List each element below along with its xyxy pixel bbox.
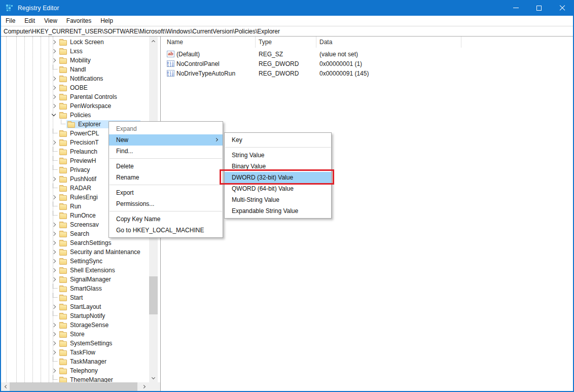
column-header-data[interactable]: Data (316, 37, 461, 48)
value-row[interactable]: ab(Default) REG_SZ (value not set) (161, 49, 573, 59)
chevron-right-icon[interactable] (52, 195, 56, 199)
chevron-right-icon[interactable] (52, 232, 56, 236)
context-menu-delete[interactable]: Delete (109, 161, 223, 172)
column-header-name[interactable]: Name (161, 37, 256, 48)
chevron-right-icon[interactable] (52, 369, 56, 373)
tree-item[interactable]: SignalManager (1, 275, 149, 284)
tree-item[interactable]: Notifications (1, 74, 149, 83)
folder-icon (59, 204, 67, 210)
tree-item-label: StartLayout (70, 303, 101, 310)
submenu-key[interactable]: Key (225, 134, 331, 146)
context-menu-find[interactable]: Find... (109, 146, 223, 157)
menu-help[interactable]: Help (96, 16, 118, 26)
tree-item[interactable]: Telephony (1, 366, 149, 375)
chevron-right-icon[interactable] (52, 58, 56, 62)
chevron-right-icon[interactable] (52, 341, 56, 345)
context-menu-export[interactable]: Export (109, 187, 223, 198)
chevron-right-icon[interactable] (52, 86, 56, 90)
context-menu-copy-key-name[interactable]: Copy Key Name (109, 213, 223, 225)
folder-icon (59, 277, 67, 283)
tree-item[interactable]: Policies (1, 111, 149, 120)
chevron-right-icon[interactable] (52, 95, 56, 99)
dword-value-icon: 011110 (167, 60, 174, 67)
chevron-right-icon[interactable] (52, 223, 56, 227)
menu-edit[interactable]: Edit (20, 16, 40, 26)
chevron-right-icon[interactable] (52, 49, 56, 53)
tree-horizontal-scrollbar[interactable] (1, 382, 161, 391)
folder-icon (59, 369, 67, 374)
tree-item[interactable]: Security and Maintenance (1, 247, 149, 257)
tree-item[interactable]: Store (1, 330, 149, 339)
folder-icon (59, 223, 67, 228)
scroll-down-arrow[interactable] (149, 374, 158, 382)
submenu-qword-64bit-value[interactable]: QWORD (64-bit) Value (225, 183, 331, 194)
minimize-button[interactable] (504, 0, 527, 16)
maximize-button[interactable] (527, 0, 551, 16)
column-header-type[interactable]: Type (256, 37, 316, 48)
menu-separator (225, 147, 331, 148)
tree-item[interactable]: SmartGlass (1, 284, 149, 293)
tree-item-label: OOBE (70, 84, 88, 91)
tree-item[interactable]: OOBE (1, 83, 149, 92)
tree-item[interactable]: Mobility (1, 56, 149, 65)
tree-item[interactable]: PenWorkspace (1, 101, 149, 111)
tree-item[interactable]: Start (1, 293, 149, 302)
address-bar[interactable]: Computer\HKEY_CURRENT_USER\SOFTWARE\Micr… (0, 26, 574, 37)
context-menu-permissions[interactable]: Permissions... (109, 198, 223, 209)
menu-view[interactable]: View (40, 16, 62, 26)
chevron-right-icon[interactable] (52, 305, 56, 309)
chevron-right-icon[interactable] (52, 350, 56, 354)
context-menu-new[interactable]: New (109, 134, 223, 146)
chevron-right-icon[interactable] (52, 177, 56, 181)
chevron-right-icon[interactable] (52, 241, 56, 245)
scroll-right-arrow[interactable] (140, 382, 149, 391)
value-name: NoDriveTypeAutoRun (176, 70, 235, 77)
chevron-right-icon[interactable] (52, 140, 56, 145)
submenu-expandable-string-value[interactable]: Expandable String Value (225, 205, 331, 217)
tree-item[interactable]: Shell Extensions (1, 266, 149, 275)
vertical-scrollbar-thumb[interactable] (149, 276, 158, 314)
chevron-right-icon[interactable] (52, 332, 56, 336)
tree-item[interactable]: TaskManager (1, 357, 149, 366)
chevron-right-icon[interactable] (52, 40, 56, 44)
scroll-up-arrow[interactable] (149, 37, 158, 45)
tree-item[interactable]: StorageSense (1, 320, 149, 330)
value-row[interactable]: 011110NoControlPanel REG_DWORD 0x0000000… (161, 59, 573, 68)
value-name: NoControlPanel (176, 60, 220, 67)
tree-item[interactable]: Lxss (1, 47, 149, 56)
scroll-left-arrow[interactable] (1, 382, 10, 391)
tree-item[interactable]: Nandl (1, 65, 149, 74)
horizontal-scrollbar-thumb[interactable] (10, 382, 137, 391)
tree-item[interactable]: TaskFlow (1, 348, 149, 357)
tree-item[interactable]: SystemSettings (1, 339, 149, 348)
tree-item[interactable]: SettingSync (1, 257, 149, 266)
chevron-down-icon[interactable] (52, 112, 56, 116)
chevron-right-icon[interactable] (52, 323, 56, 327)
folder-icon (59, 250, 67, 256)
chevron-right-icon[interactable] (52, 104, 56, 108)
chevron-right-icon[interactable] (52, 277, 56, 281)
folder-icon (59, 195, 67, 201)
tree-item[interactable]: StartLayout (1, 302, 149, 311)
folder-icon (59, 104, 67, 110)
menu-favorites[interactable]: Favorites (62, 16, 96, 26)
submenu-dword-32bit-value[interactable]: DWORD (32-bit) Value (225, 172, 331, 183)
chevron-right-icon[interactable] (52, 268, 56, 272)
close-button[interactable] (551, 0, 574, 16)
tree-item-label: PreviewH (70, 157, 96, 164)
submenu-string-value[interactable]: String Value (225, 150, 331, 161)
tree-item[interactable]: Lock Screen (1, 38, 149, 47)
context-menu-goto-hklm[interactable]: Go to HKEY_LOCAL_MACHINE (109, 225, 223, 236)
chevron-right-icon[interactable] (52, 259, 56, 263)
context-menu-rename[interactable]: Rename (109, 172, 223, 183)
value-row[interactable]: 011110NoDriveTypeAutoRun REG_DWORD 0x000… (161, 68, 573, 78)
chevron-right-icon[interactable] (52, 250, 56, 254)
tree-item[interactable]: SearchSettings (1, 238, 149, 247)
menu-file[interactable]: File (1, 16, 20, 26)
tree-item-label: Notifications (70, 75, 103, 82)
tree-item[interactable]: StartupNotify (1, 311, 149, 320)
submenu-binary-value[interactable]: Binary Value (225, 161, 331, 172)
submenu-multi-string-value[interactable]: Multi-String Value (225, 194, 331, 205)
chevron-right-icon[interactable] (52, 77, 56, 81)
tree-item[interactable]: Parental Controls (1, 92, 149, 101)
